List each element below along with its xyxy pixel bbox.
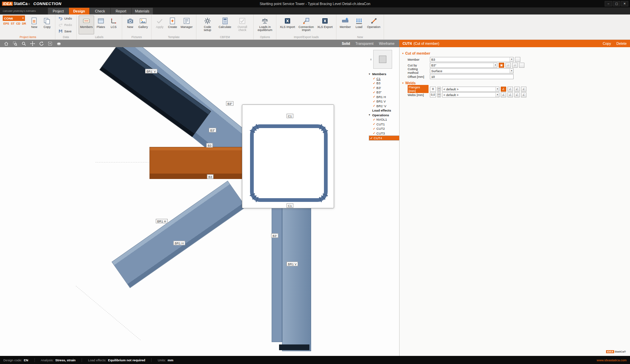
tag-dr[interactable]: DR: [22, 22, 26, 25]
weld-edit-button[interactable]: ∠: [501, 87, 506, 92]
cutting-method-select[interactable]: Surface▾: [430, 68, 514, 73]
xls-import-button[interactable]: XXLS Import: [278, 16, 296, 34]
close-button[interactable]: ✕: [621, 1, 628, 6]
tab-project[interactable]: Project: [48, 8, 69, 14]
delete-operation-button[interactable]: Delete: [617, 41, 627, 46]
view-mode-wireframe[interactable]: Wireframe: [379, 42, 394, 46]
column-c1-panel[interactable]: [242, 104, 334, 208]
tag-eps[interactable]: EPS: [3, 22, 9, 25]
gallery-button[interactable]: Gallery: [137, 16, 149, 34]
weld-edit-button[interactable]: ∠: [514, 87, 520, 92]
tree-item-nvol1[interactable]: ✓NVOL1: [369, 117, 399, 122]
weld-edit-button[interactable]: ∠: [521, 92, 526, 97]
spin-up-icon[interactable]: ▴: [437, 92, 441, 95]
checkbox-checked-icon[interactable]: ✓: [373, 91, 376, 94]
tree-section-operations[interactable]: ▾Operations: [369, 113, 399, 118]
section-header-welds[interactable]: ▾Welds: [400, 80, 630, 86]
member-br1-h[interactable]: [112, 181, 246, 288]
create-button[interactable]: Create: [166, 16, 179, 34]
checkbox-checked-icon[interactable]: ✓: [373, 77, 376, 80]
code-setup-button[interactable]: Code setup: [198, 16, 217, 34]
members-button[interactable]: Members: [79, 16, 94, 34]
edge-tool-button[interactable]: ▱: [505, 63, 511, 68]
lcs-button[interactable]: LCS: [108, 16, 120, 34]
tree-item-b3[interactable]: ✓B3': [369, 86, 399, 90]
rotate-tool[interactable]: [38, 40, 45, 47]
member-b3[interactable]: [149, 147, 243, 179]
tree-section-load-effects[interactable]: Load effects: [369, 108, 399, 113]
viewport-3d[interactable]: x ▾Members✓C1✓B3✓B3'✓B3"✓BR1 H✓BR1 V✓BR1…: [0, 47, 399, 356]
new-button[interactable]: New: [28, 16, 40, 34]
flanges-mm-value[interactable]: 8: [430, 87, 436, 92]
weld-type-select[interactable]: < default >▾: [442, 87, 499, 92]
tag-st[interactable]: ST: [11, 22, 15, 25]
tree-section-members[interactable]: ▾Members: [369, 72, 399, 77]
view-mode-solid[interactable]: Solid: [342, 42, 350, 46]
cut-by-select[interactable]: B3"▾: [430, 63, 497, 68]
checkbox-checked-icon[interactable]: ✓: [373, 95, 376, 98]
weld-edit-button[interactable]: ∠: [508, 92, 513, 97]
plates-button[interactable]: Plates: [95, 16, 107, 34]
member-b3-prime[interactable]: [272, 201, 282, 342]
minimize-button[interactable]: –: [605, 1, 612, 6]
checkbox-checked-icon[interactable]: ✓: [373, 86, 376, 89]
spin-up-icon[interactable]: ▴: [437, 87, 441, 89]
copy-button[interactable]: Copy: [41, 16, 53, 34]
pick-in-scene-button[interactable]: ▣: [499, 63, 504, 68]
loads-in-equilibrium-button[interactable]: Loads in equilibrium: [256, 16, 274, 34]
home-view-tool[interactable]: [3, 40, 9, 47]
edge-tool-button[interactable]: ▱: [512, 63, 518, 68]
calculate-button[interactable]: Calculate: [217, 16, 233, 34]
zoom-window-tool[interactable]: [11, 40, 18, 47]
tree-item-br1-v[interactable]: ✓BR1' V: [369, 104, 399, 109]
navigation-cube[interactable]: x: [373, 50, 392, 69]
tab-design[interactable]: Design: [69, 8, 90, 14]
tree-item-br1-v[interactable]: ✓BR1 V: [369, 99, 399, 104]
checkbox-checked-icon[interactable]: ✓: [373, 118, 376, 121]
fit-view-tool[interactable]: [47, 40, 53, 47]
manager-button[interactable]: Manager: [179, 16, 194, 34]
tab-check[interactable]: Check: [90, 8, 111, 14]
maximize-button[interactable]: ▢: [613, 1, 620, 6]
new-button[interactable]: New: [124, 16, 136, 34]
checkbox-checked-icon[interactable]: ✓: [373, 82, 376, 85]
checkbox-checked-icon[interactable]: ✓: [373, 131, 376, 135]
zoom-tool[interactable]: [20, 40, 27, 47]
select-member-button[interactable]: [519, 63, 524, 68]
value-spinner[interactable]: ▴▾: [437, 92, 441, 97]
project-item-selector[interactable]: CON6▾: [3, 16, 25, 21]
select-member-button[interactable]: [515, 57, 520, 62]
spin-down-icon[interactable]: ▾: [437, 95, 441, 97]
tree-item-cut4[interactable]: ✓CUT4: [369, 135, 399, 141]
tree-item-cut2[interactable]: ✓CUT2: [369, 126, 399, 131]
tag-cd[interactable]: CD: [16, 22, 20, 25]
clipping-tool[interactable]: [55, 40, 62, 47]
navcube-face[interactable]: [379, 56, 386, 63]
tree-item-cut3[interactable]: ✓CUT3: [369, 131, 399, 136]
weld-edit-button[interactable]: ∠: [514, 92, 520, 97]
spin-down-icon[interactable]: ▾: [437, 89, 441, 92]
copy-operation-button[interactable]: Copy: [603, 41, 611, 46]
website-link[interactable]: www.ideastatica.com: [597, 358, 627, 362]
column-c1-tube[interactable]: [250, 124, 328, 202]
member-select[interactable]: B3▾: [430, 57, 514, 62]
weld-edit-button[interactable]: ∠: [521, 87, 526, 92]
tree-item-b3[interactable]: ✓B3": [369, 90, 399, 95]
section-header-cut-of-member[interactable]: ▾Cut of member: [400, 50, 630, 57]
pan-tool[interactable]: [29, 40, 36, 47]
value-spinner[interactable]: ▴▾: [437, 87, 441, 92]
tree-item-b3[interactable]: ✓B3: [369, 81, 399, 86]
weld-type-select[interactable]: < default >▾: [442, 92, 499, 97]
webs-mm-value[interactable]: 0,0: [430, 92, 436, 97]
tab-materials[interactable]: Materials: [132, 8, 153, 14]
member-br1-v[interactable]: [282, 195, 311, 351]
weld-edit-button[interactable]: ∠: [501, 92, 506, 97]
offset-mm-input[interactable]: [430, 74, 514, 79]
operation-button[interactable]: Operation: [366, 16, 382, 34]
save-button[interactable]: Save: [57, 28, 73, 34]
undo-button[interactable]: Undo: [57, 16, 73, 21]
tab-report[interactable]: Report: [111, 8, 132, 14]
checkbox-checked-icon[interactable]: ✓: [373, 104, 376, 108]
view-mode-transparent[interactable]: Transparent: [355, 42, 374, 46]
xls-export-button[interactable]: XXLS Export: [316, 16, 334, 34]
